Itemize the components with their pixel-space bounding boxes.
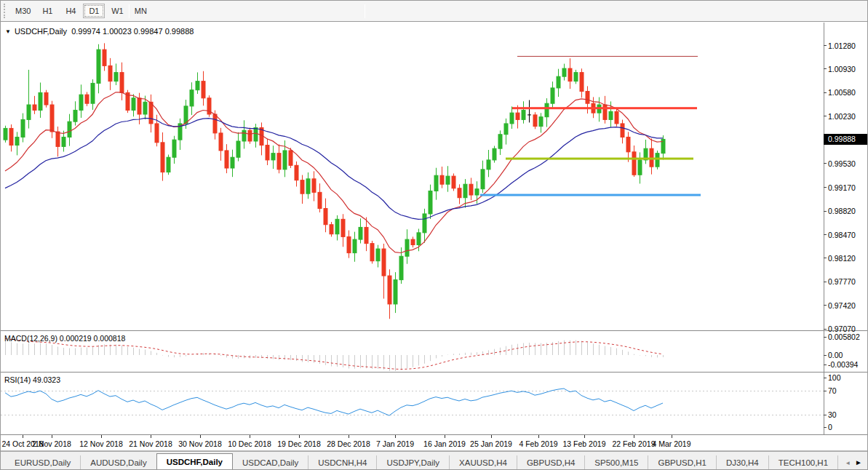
date-axis-label: 25 Jan 2019 xyxy=(470,439,512,448)
price-axis-tick xyxy=(824,234,827,235)
price-axis-label: 0.98120 xyxy=(828,254,856,263)
chart-tab-sp500-m15[interactable]: SP500,M15 xyxy=(584,455,648,470)
date-axis[interactable]: 24 Oct 20182 Nov 201812 Nov 201821 Nov 2… xyxy=(1,435,868,451)
price-axis-label: 1.00230 xyxy=(828,112,856,121)
indicator-axis-tick xyxy=(824,355,827,356)
chart-tab-usdchf-daily[interactable]: USDCHF,Daily xyxy=(156,453,233,470)
rsi-indicator-label: RSI(14) 49.0323 xyxy=(4,375,60,384)
date-axis-tick xyxy=(349,435,349,438)
chart-symbol-label: USDCHF,Daily xyxy=(15,27,67,36)
date-axis-label: 10 Dec 2018 xyxy=(228,439,271,448)
chart-tab-usdcad-daily[interactable]: USDCAD,Daily xyxy=(233,455,308,470)
price-axis-label: 0.99530 xyxy=(828,159,856,168)
date-axis-tick xyxy=(101,435,102,438)
chart-tab-usdjpy-daily[interactable]: USDJPY,Daily xyxy=(376,455,449,470)
date-axis-tick xyxy=(52,435,52,438)
price-axis-label: 1.00930 xyxy=(828,65,856,73)
date-axis-tick xyxy=(23,435,23,438)
date-axis-label: 4 Mar 2019 xyxy=(652,439,690,448)
date-axis-label: 13 Feb 2019 xyxy=(563,439,606,448)
price-axis-tick xyxy=(824,45,827,46)
indicator-axis-tick xyxy=(824,337,827,338)
chart-tab-gbpusd-h4[interactable]: GBPUSD,H4 xyxy=(517,455,584,470)
indicator-axis-label: 0.005802 xyxy=(828,332,860,341)
date-axis-label: 7 Jan 2019 xyxy=(376,439,414,448)
date-axis-tick xyxy=(538,435,539,438)
chart-tab-audusd-daily[interactable]: AUDUSD,Daily xyxy=(80,455,156,470)
indicator-axis-label: 0 xyxy=(828,423,832,431)
tab-scroll-right-icon[interactable]: ► xyxy=(855,456,862,469)
date-axis-label: 4 Feb 2019 xyxy=(519,439,557,448)
price-axis-tick xyxy=(824,116,827,116)
indicator-axis-label: 70 xyxy=(828,386,837,395)
price-axis-tick xyxy=(824,187,827,188)
indicator-axis-tick xyxy=(824,391,827,391)
chart-tab-xauusd-h4[interactable]: XAUUSD,H4 xyxy=(449,455,517,470)
date-axis-tick xyxy=(445,435,445,438)
price-axis-tick xyxy=(824,258,827,258)
price-axis-label: 1.01280 xyxy=(828,41,856,50)
date-axis-label: 21 Nov 2018 xyxy=(129,439,172,448)
date-axis-tick xyxy=(250,435,250,438)
price-axis-tick xyxy=(824,92,827,93)
price-axis-label: 0.99170 xyxy=(828,183,856,192)
date-axis-label: 19 Dec 2018 xyxy=(277,439,321,448)
price-axis-label: 0.97770 xyxy=(828,277,856,286)
chart-dropdown-icon[interactable]: ▼ xyxy=(5,28,11,35)
tab-scroll-left-icon[interactable]: ◄ xyxy=(845,457,851,470)
date-axis-label: 2 Nov 2018 xyxy=(32,439,71,448)
chart-tab-usdcnh-h4[interactable]: USDCNH,H4 xyxy=(308,455,376,470)
price-axis-tick xyxy=(824,163,827,164)
date-axis-tick xyxy=(299,435,300,438)
price-axis-tick xyxy=(824,68,827,69)
indicator-axis-label: 0.00 xyxy=(828,351,843,359)
mt4-window: M30H1H4D1W1MN ▼USDCHF,Daily 0.99974 1.00… xyxy=(0,0,868,470)
chart-symbol-header[interactable]: ▼USDCHF,Daily 0.99974 1.00023 0.99847 0.… xyxy=(5,27,194,36)
indicator-axis-label: 100 xyxy=(828,373,841,382)
tab-scroll-arrows: ◄► xyxy=(841,455,866,469)
indicator-axis-tick xyxy=(824,365,827,365)
chart-tab-bar: EURUSD,DailyAUDUSD,DailyUSDCHF,DailyUSDC… xyxy=(1,451,868,470)
price-axis-tick xyxy=(824,329,827,330)
indicator-axis-label: -0.00394 xyxy=(828,360,858,369)
date-axis-tick xyxy=(634,435,634,438)
indicator-axis-tick xyxy=(824,415,827,415)
macd-indicator-label: MACD(12,26,9) 0.000219 0.000818 xyxy=(4,334,125,343)
date-axis-tick xyxy=(584,435,585,438)
price-axis-tick xyxy=(824,305,827,306)
chart-ohlc-quote: 0.99974 1.00023 0.99847 0.99888 xyxy=(71,27,194,36)
price-axis-label: 0.98470 xyxy=(828,231,856,239)
date-axis-label: 12 Nov 2018 xyxy=(79,439,123,448)
chart-tab-eurusd-daily[interactable]: EURUSD,Daily xyxy=(5,455,80,470)
chart-canvas[interactable] xyxy=(1,1,824,435)
price-axis-label: 1.00580 xyxy=(828,88,856,97)
price-axis-divider xyxy=(824,23,824,435)
date-axis-tick xyxy=(395,435,396,438)
date-axis-label: 30 Nov 2018 xyxy=(178,439,222,448)
date-axis-tick xyxy=(672,435,672,438)
indicator-axis-tick xyxy=(824,378,827,378)
price-axis-label: 0.98820 xyxy=(828,207,856,215)
date-axis-tick xyxy=(491,435,492,438)
date-axis-label: 16 Jan 2019 xyxy=(423,439,466,448)
chart-tab-dj30-h4[interactable]: DJ30,H4 xyxy=(716,455,768,470)
price-axis-label: 0.97420 xyxy=(828,301,856,310)
date-axis-tick xyxy=(200,435,201,438)
indicator-axis-label: 30 xyxy=(828,410,837,419)
indicator-axis-tick xyxy=(824,427,827,428)
date-axis-label: 22 Feb 2019 xyxy=(613,439,656,448)
price-axis-tick xyxy=(824,282,827,282)
chart-tab-tech100-h1[interactable]: TECH100,H1 xyxy=(768,455,837,470)
price-axis-tick xyxy=(824,211,827,212)
date-axis-tick xyxy=(151,435,151,438)
date-axis-label: 28 Dec 2018 xyxy=(327,439,370,448)
chart-tab-gbpusd-h1[interactable]: GBPUSD,H1 xyxy=(648,455,715,470)
current-price-tag: 0.99888 xyxy=(824,134,868,145)
